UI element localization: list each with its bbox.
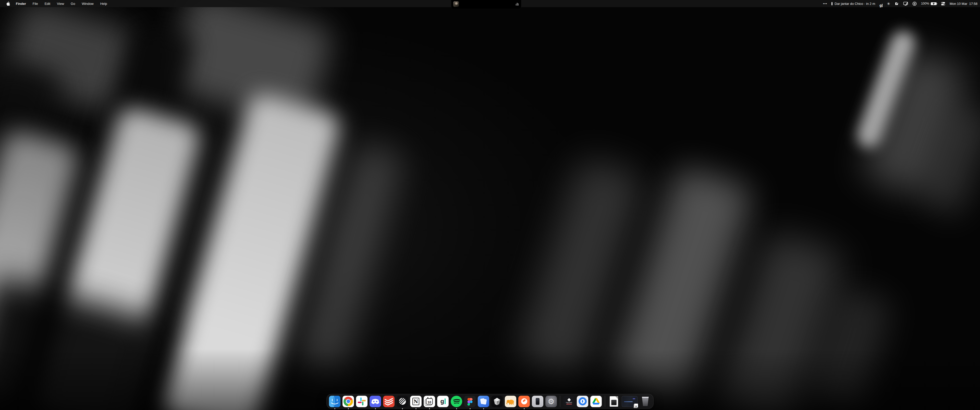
onepassword-dock-icon bbox=[577, 396, 588, 407]
control-center-icon[interactable] bbox=[941, 0, 945, 7]
dock-item-craft[interactable] bbox=[478, 396, 489, 407]
linear-icon bbox=[396, 396, 408, 407]
desktop-wallpaper bbox=[0, 0, 980, 410]
dock-item-iphone-mirroring[interactable] bbox=[532, 396, 543, 407]
running-indicator bbox=[524, 408, 525, 409]
desktop: Finder File Edit View Go Window Help •••… bbox=[0, 0, 980, 410]
postman-icon bbox=[518, 396, 530, 407]
running-indicator bbox=[334, 408, 335, 409]
dock-item-google-drive[interactable] bbox=[590, 396, 602, 407]
spline-3d-cube-icon bbox=[491, 396, 503, 407]
battery-percentage: 100% bbox=[921, 2, 929, 5]
slack-icon bbox=[356, 396, 368, 407]
craft-icon bbox=[478, 396, 489, 407]
battery-status[interactable]: 100% bbox=[921, 2, 937, 5]
menu-bar-left: Finder File Edit View Go Window Help bbox=[0, 0, 110, 7]
dock-item-spotify[interactable] bbox=[451, 396, 462, 407]
now-playing-album-art[interactable] bbox=[453, 1, 459, 7]
menubar-overflow-icon[interactable]: ••• bbox=[823, 0, 827, 7]
menu-window[interactable]: Window bbox=[78, 0, 97, 7]
dock: N 10 g bbox=[326, 394, 654, 409]
running-indicator bbox=[375, 408, 376, 409]
running-indicator bbox=[429, 408, 430, 409]
dock-item-notion[interactable]: N bbox=[410, 396, 422, 407]
thumbnail-badge: 11 bbox=[634, 404, 638, 408]
gear-glyph: ⚙ bbox=[548, 397, 555, 406]
menubar-clock[interactable]: Mon 10 Mar 17:58 bbox=[950, 2, 977, 6]
discord-icon bbox=[369, 396, 381, 407]
iphone-mirroring-icon bbox=[532, 396, 543, 407]
dock-item-document[interactable] bbox=[608, 396, 620, 407]
dock-item-system-settings[interactable]: ⚙ bbox=[546, 396, 557, 407]
dock-item-todoist[interactable] bbox=[383, 396, 395, 407]
dock-item-trash[interactable] bbox=[640, 396, 651, 407]
menu-view[interactable]: View bbox=[54, 0, 67, 7]
audio-visualizer-bars bbox=[516, 3, 519, 6]
raycast-icon: raycast bbox=[563, 396, 575, 407]
running-indicator bbox=[469, 408, 471, 409]
battery-icon bbox=[931, 2, 937, 5]
dock-separator bbox=[605, 396, 605, 407]
dock-item-finder[interactable] bbox=[329, 396, 340, 407]
menu-finder[interactable]: Finder bbox=[13, 0, 29, 7]
next-event-item[interactable]: Dar jantar do Chico · in 2 m bbox=[832, 2, 875, 6]
trash-icon bbox=[640, 396, 651, 407]
document-file-icon bbox=[608, 396, 620, 407]
grammarly-glyph: g bbox=[440, 398, 444, 404]
menu-bar-status-area: ••• Dar jantar do Chico · in 2 m g ✳ bbox=[823, 0, 977, 7]
dock-item-postman[interactable] bbox=[518, 396, 530, 407]
chrome-icon bbox=[342, 396, 354, 407]
dock-item-grammarly[interactable]: g bbox=[437, 396, 449, 407]
aperture-shutter-icon[interactable]: ✳ bbox=[887, 0, 890, 7]
notion-calendar-icon: 10 bbox=[424, 396, 435, 407]
next-event-text: Dar jantar do Chico · in 2 m bbox=[835, 2, 875, 6]
running-indicator bbox=[348, 408, 349, 409]
dock-item-raycast[interactable]: raycast bbox=[563, 396, 575, 407]
onepassword-icon[interactable] bbox=[912, 0, 917, 7]
notch-media-island[interactable] bbox=[451, 0, 521, 9]
grammarly-icon[interactable]: g bbox=[880, 0, 883, 7]
menu-go[interactable]: Go bbox=[67, 0, 78, 7]
todoist-icon bbox=[383, 396, 395, 407]
dock-item-discord[interactable] bbox=[369, 396, 381, 407]
apple-menu-icon[interactable] bbox=[6, 2, 10, 6]
menu-help[interactable]: Help bbox=[97, 0, 110, 7]
calendar-date-glyph: 10 bbox=[428, 400, 431, 404]
running-indicator bbox=[415, 408, 417, 409]
running-indicator bbox=[456, 408, 457, 409]
grammarly-desktop-icon: g bbox=[437, 396, 449, 407]
figma-icon bbox=[464, 396, 476, 407]
dock-item-postico[interactable] bbox=[505, 396, 516, 407]
notch-app-icon[interactable] bbox=[894, 0, 899, 7]
finder-icon bbox=[329, 396, 340, 407]
dock-item-linear[interactable] bbox=[396, 396, 408, 407]
dock-item-slack[interactable] bbox=[356, 396, 368, 407]
menu-edit[interactable]: Edit bbox=[41, 0, 54, 7]
dock-item-figma[interactable] bbox=[464, 396, 476, 407]
menu-file[interactable]: File bbox=[29, 0, 41, 7]
dock-item-notion-calendar[interactable]: 10 bbox=[424, 396, 435, 407]
postico-elephant-icon bbox=[505, 396, 516, 407]
dock-item-spline[interactable] bbox=[491, 396, 503, 407]
event-color-bar bbox=[832, 2, 832, 5]
google-drive-icon bbox=[590, 396, 602, 407]
running-indicator bbox=[402, 408, 403, 409]
raycast-label: raycast bbox=[566, 402, 572, 404]
dock-item-chrome[interactable] bbox=[342, 396, 354, 407]
screen-mirroring-icon[interactable] bbox=[903, 0, 908, 7]
screenshot-thumbnail: 11 bbox=[622, 396, 638, 407]
notion-glyph: N bbox=[414, 399, 418, 404]
dock-item-screenshot[interactable]: 11 bbox=[622, 396, 638, 407]
running-indicator bbox=[483, 408, 484, 409]
dock-item-1password[interactable] bbox=[577, 396, 588, 407]
spotify-icon bbox=[451, 396, 462, 407]
system-settings-gear-icon: ⚙ bbox=[546, 396, 557, 407]
notion-icon: N bbox=[410, 396, 422, 407]
